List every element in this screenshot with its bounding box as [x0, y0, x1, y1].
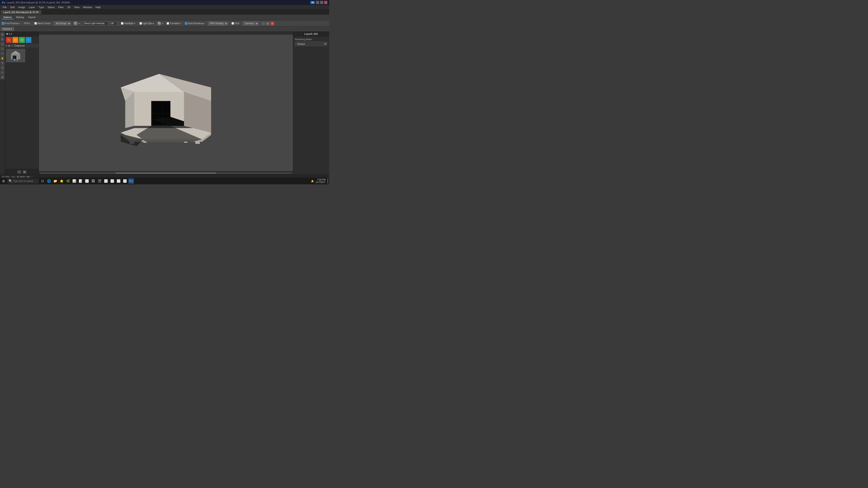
layers-panel-arrow[interactable]: ▸: [11, 32, 12, 35]
taskbar-icon-12[interactable]: ⬜: [116, 178, 121, 184]
horizontal-scrollbar[interactable]: [39, 171, 293, 174]
tab-baking[interactable]: Baking: [14, 15, 26, 20]
tool-hand[interactable]: ✋: [0, 56, 4, 60]
taskbar-icon-13[interactable]: ⬜: [122, 178, 127, 184]
headlight-toggle[interactable]: Headlight ▾: [120, 22, 136, 25]
menu-window[interactable]: Window: [81, 5, 94, 9]
post-process-toggle[interactable]: Post Process ▾: [1, 22, 21, 25]
ggx-toggle[interactable]: GGX: [230, 22, 240, 25]
turntable-toggle[interactable]: Turntable ▾: [166, 22, 182, 25]
fov-arrow[interactable]: ▾: [29, 22, 30, 25]
fov-control[interactable]: FOV ▾: [23, 22, 31, 25]
menu-3d[interactable]: 3D: [66, 5, 72, 9]
env-arrow[interactable]: ▾: [79, 22, 80, 25]
tool-select[interactable]: ⬡: [0, 42, 4, 46]
turntable-arrow[interactable]: ▾: [180, 22, 181, 25]
light-spin-arrow[interactable]: ▾: [153, 22, 154, 25]
layer-expand-icon[interactable]: ▾: [6, 45, 7, 47]
post-process-arrow[interactable]: ▾: [19, 22, 20, 25]
rendering-mode-dropdown[interactable]: Opaque Transparent Solid: [295, 41, 327, 46]
menu-layer[interactable]: Layer: [27, 5, 37, 9]
solid-backdrop-checkbox[interactable]: [185, 22, 187, 25]
menu-type[interactable]: Type: [37, 5, 46, 9]
taskbar-icon-4[interactable]: 🌿: [65, 178, 70, 184]
tool-zoom-in[interactable]: +: [0, 47, 4, 51]
intensity-value-field[interactable]: [108, 22, 117, 26]
tab-import[interactable]: Import: [27, 15, 37, 20]
light-spin-toggle[interactable]: Light Spin ▾: [138, 22, 155, 25]
ggx-checkbox[interactable]: [231, 22, 234, 25]
toolbar-icon-3[interactable]: 🗑: [270, 22, 274, 26]
taskbar-icon-6[interactable]: 📝: [78, 178, 83, 184]
tab-options[interactable]: Options: [1, 15, 13, 20]
tool-eyedrop[interactable]: ⊕: [0, 75, 4, 79]
tool-shape[interactable]: □: [0, 70, 4, 74]
ibl-sphere[interactable]: [157, 22, 161, 26]
photoshop-taskbar-icon[interactable]: Ps: [128, 178, 134, 184]
thumb-arrow-left[interactable]: ◀: [13, 58, 15, 61]
tool-type[interactable]: T: [0, 66, 4, 70]
icon-btn-2[interactable]: 🟢: [19, 37, 25, 43]
tool-zoom-out[interactable]: –: [0, 52, 4, 56]
icon-btn-0[interactable]: 🔴: [6, 37, 12, 43]
taskbar-icon-10[interactable]: ⬜: [103, 178, 108, 184]
tool-rotate[interactable]: ↻: [0, 37, 4, 41]
layer-group-doghouse[interactable]: ▾ 👁 ⬡ Doghouse: [5, 44, 39, 48]
ibl-arrow[interactable]: ▾: [162, 22, 163, 25]
taskbar-notification-icon[interactable]: 🔔: [311, 180, 314, 182]
edge-icon[interactable]: 🌐: [46, 178, 52, 184]
taskbar-icon-5[interactable]: 📊: [71, 178, 77, 184]
menu-edit[interactable]: Edit: [8, 5, 17, 9]
layer-duplicate-button[interactable]: ▥: [23, 170, 26, 173]
search-button[interactable]: 🔍 Type here to search: [7, 178, 39, 184]
taskbar-icon-3[interactable]: ⭐: [59, 178, 64, 184]
post-process-checkbox[interactable]: [2, 22, 4, 25]
light-spin-checkbox[interactable]: [140, 22, 142, 25]
menu-help[interactable]: Help: [94, 5, 103, 9]
solid-backdrop-toggle[interactable]: Solid Backdrop ▾: [184, 22, 206, 25]
layer-new-button[interactable]: □: [18, 170, 21, 173]
layers-panel-collapse[interactable]: ◀: [6, 32, 8, 35]
layers-panel-expand[interactable]: ≡: [8, 33, 10, 35]
render-button[interactable]: Render ▾: [1, 27, 14, 31]
canvas-area[interactable]: /* rendered in CSS */: [39, 32, 293, 174]
turntable-checkbox[interactable]: [166, 22, 169, 25]
layer-visibility-icon[interactable]: 👁: [8, 44, 10, 47]
layer-thumbnail[interactable]: ◀ ❯: [6, 49, 25, 62]
taskbar-icon-9[interactable]: 🎬: [97, 178, 102, 184]
direct-light-intensity-field[interactable]: [83, 22, 108, 26]
menu-select[interactable]: Select: [46, 5, 57, 9]
toolbar-icon-1[interactable]: □: [261, 22, 266, 26]
solid-backdrop-arrow[interactable]: ▾: [204, 22, 205, 25]
taskbar-icon-8[interactable]: 🖼: [90, 178, 96, 184]
icon-btn-1[interactable]: 🟠: [12, 37, 18, 43]
menu-view[interactable]: View: [72, 5, 81, 9]
menu-filter[interactable]: Filter: [56, 5, 65, 9]
file-explorer-icon[interactable]: 📁: [53, 178, 58, 184]
groups-dropdown[interactable]: All Groups: [54, 22, 71, 26]
toolbar-icon-2[interactable]: ▥: [266, 22, 270, 26]
thumb-arrow-right[interactable]: ❯: [16, 58, 18, 61]
menu-file[interactable]: File: [1, 5, 8, 9]
mesh-centric-checkbox[interactable]: [34, 22, 37, 25]
tool-paint[interactable]: ✎: [0, 61, 4, 65]
show-desktop-button[interactable]: [327, 178, 328, 184]
headlight-arrow[interactable]: ▾: [134, 22, 135, 25]
scrollbar-thumb[interactable]: [116, 172, 216, 174]
environment-sphere[interactable]: [73, 21, 78, 26]
icon-btn-3[interactable]: 🔷: [26, 37, 31, 43]
taskbar-icon-7[interactable]: ⬜: [84, 178, 90, 184]
minimize-button[interactable]: –: [316, 1, 319, 4]
maximize-button[interactable]: □: [320, 1, 323, 4]
tool-move[interactable]: M: [0, 33, 4, 37]
mesh-centric-toggle[interactable]: Mesh Centric: [33, 22, 52, 25]
headlight-checkbox[interactable]: [121, 22, 123, 25]
pbr-shading-dropdown[interactable]: PBR Shading: [208, 22, 228, 26]
taskbar-icon-11[interactable]: ⬜: [110, 178, 115, 184]
menu-image[interactable]: Image: [17, 5, 27, 9]
tab-document[interactable]: Layer0_001 [Normal].psd @ 33.3%: [1, 10, 41, 14]
start-button[interactable]: ⊞: [1, 178, 6, 184]
camera-dropdown[interactable]: Camera1: [243, 22, 259, 26]
task-view-button[interactable]: ⊡: [40, 178, 45, 184]
close-button[interactable]: ×: [324, 1, 327, 4]
